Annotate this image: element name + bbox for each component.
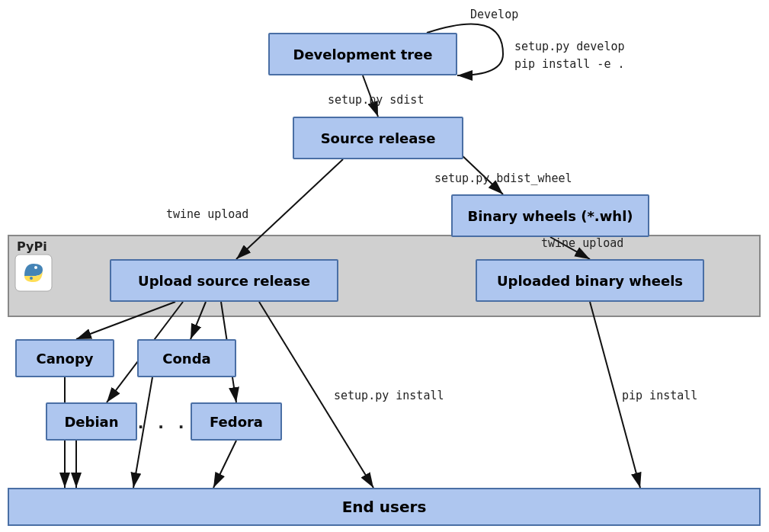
- setup-develop-label: setup.py develop: [514, 40, 625, 53]
- end-users-box: End users: [8, 488, 761, 526]
- pypi-label: PyPi: [17, 239, 47, 254]
- pip-install-label: pip install: [622, 389, 697, 402]
- canopy-box: Canopy: [15, 339, 114, 377]
- dots-label: · · ·: [136, 418, 186, 437]
- svg-point-2: [30, 277, 33, 280]
- svg-line-16: [213, 441, 236, 488]
- setup-sdist-label: setup.py sdist: [328, 93, 424, 107]
- conda-box: Conda: [137, 339, 236, 377]
- source-release-box: Source release: [293, 117, 463, 159]
- pip-install-e-label: pip install -e .: [514, 57, 625, 71]
- setup-bdist-label: setup.py bdist_wheel: [434, 171, 572, 185]
- upload-source-box: Upload source release: [110, 259, 338, 302]
- twine-upload-right-label: twine upload: [541, 236, 623, 250]
- develop-label: Develop: [470, 8, 518, 21]
- diagram-container: PyPi: [0, 0, 769, 532]
- pypi-icon: [14, 253, 53, 293]
- svg-point-1: [34, 266, 37, 269]
- twine-upload-left-label: twine upload: [166, 207, 248, 221]
- binary-wheels-box: Binary wheels (*.whl): [451, 194, 649, 237]
- dev-tree-box: Development tree: [268, 33, 457, 75]
- debian-box: Debian: [46, 402, 137, 441]
- fedora-box: Fedora: [191, 402, 282, 441]
- setup-install-label: setup.py install: [334, 389, 444, 402]
- uploaded-binary-box: Uploaded binary wheels: [476, 259, 704, 302]
